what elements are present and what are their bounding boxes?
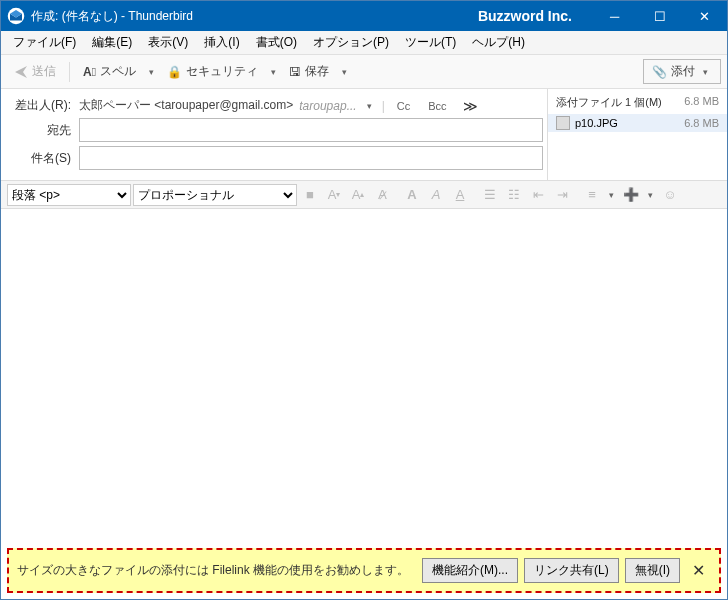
menu-insert[interactable]: 挿入(I) — [196, 30, 247, 55]
cc-button[interactable]: Cc — [391, 100, 416, 112]
insert-button[interactable]: ➕ — [620, 184, 642, 206]
from-label: 差出人(R): — [5, 97, 79, 114]
lock-icon: 🔒 — [167, 65, 182, 79]
link-share-button[interactable]: リンク共有(L) — [524, 558, 619, 583]
to-input[interactable] — [79, 118, 543, 142]
attach-button[interactable]: 📎 添付 ▾ — [643, 59, 721, 84]
from-value[interactable]: 太郎ペーパー <taroupaper@gmail.com> — [79, 97, 293, 114]
attachment-size: 6.8 MB — [684, 117, 719, 129]
align-button[interactable]: ≡ — [581, 184, 603, 206]
titlebar: 作成: (件名なし) - Thunderbird Buzzword Inc. ─… — [1, 1, 727, 31]
minimize-button[interactable]: ─ — [592, 1, 637, 31]
bold-button[interactable]: A — [401, 184, 423, 206]
spell-icon: Aͯ — [83, 65, 96, 79]
underline-button[interactable]: A — [449, 184, 471, 206]
security-dropdown[interactable]: ▾ — [267, 67, 280, 77]
menu-file[interactable]: ファイル(F) — [5, 30, 84, 55]
spell-dropdown[interactable]: ▾ — [145, 67, 158, 77]
clip-icon: 📎 — [652, 65, 667, 79]
list-ul-button[interactable]: ☰ — [479, 184, 501, 206]
message-body[interactable] — [1, 209, 727, 542]
italic-button[interactable]: A — [425, 184, 447, 206]
notification-close-icon[interactable]: ✕ — [686, 561, 711, 580]
security-button[interactable]: 🔒 セキュリティ — [160, 58, 265, 85]
font-select[interactable]: プロポーショナル — [133, 184, 297, 206]
paragraph-select[interactable]: 段落 <p> — [7, 184, 131, 206]
save-icon: 🖫 — [289, 65, 301, 79]
notification-message: サイズの大きなファイルの添付には Filelink 機能の使用をお勧めします。 — [17, 562, 416, 579]
from-dropdown[interactable]: ▾ — [363, 101, 376, 111]
attach-dropdown[interactable]: ▾ — [699, 67, 712, 77]
send-button[interactable]: 送信 — [7, 58, 63, 85]
subject-label: 件名(S) — [5, 150, 79, 167]
menu-edit[interactable]: 編集(E) — [84, 30, 140, 55]
attachment-item[interactable]: p10.JPG 6.8 MB — [548, 114, 727, 132]
filelink-notification: サイズの大きなファイルの添付には Filelink 機能の使用をお勧めします。 … — [7, 548, 721, 593]
format-toolbar: 段落 <p> プロポーショナル ■ A▾ A▴ A̷ A A A ☰ ☷ ⇤ ⇥… — [1, 181, 727, 209]
maximize-button[interactable]: ☐ — [637, 1, 682, 31]
menu-view[interactable]: 表示(V) — [140, 30, 196, 55]
file-icon — [556, 116, 570, 130]
spell-button[interactable]: Aͯ スペル — [76, 58, 143, 85]
brand: Buzzword Inc. — [478, 8, 572, 24]
send-icon — [14, 65, 28, 79]
expand-icon[interactable]: ≫ — [459, 98, 482, 114]
menu-help[interactable]: ヘルプ(H) — [464, 30, 533, 55]
to-label: 宛先 — [5, 122, 79, 139]
menu-options[interactable]: オプション(P) — [305, 30, 397, 55]
feature-info-button[interactable]: 機能紹介(M)... — [422, 558, 518, 583]
color-button[interactable]: ■ — [299, 184, 321, 206]
window-title: 作成: (件名なし) - Thunderbird — [31, 8, 193, 25]
toolbar: 送信 Aͯ スペル ▾ 🔒 セキュリティ ▾ 🖫 保存 ▾ 📎 添付 ▾ — [1, 55, 727, 89]
subject-input[interactable] — [79, 146, 543, 170]
clear-format-button[interactable]: A̷ — [371, 184, 393, 206]
save-button[interactable]: 🖫 保存 — [282, 58, 336, 85]
app-icon — [7, 7, 25, 25]
menu-format[interactable]: 書式(O) — [248, 30, 305, 55]
save-dropdown[interactable]: ▾ — [338, 67, 351, 77]
attachment-filename: p10.JPG — [575, 117, 684, 129]
outdent-button[interactable]: ⇤ — [527, 184, 549, 206]
from-extra: taroupap... — [299, 99, 356, 113]
menu-tools[interactable]: ツール(T) — [397, 30, 464, 55]
list-ol-button[interactable]: ☷ — [503, 184, 525, 206]
emoji-button[interactable]: ☺ — [659, 184, 681, 206]
menubar: ファイル(F) 編集(E) 表示(V) 挿入(I) 書式(O) オプション(P)… — [1, 31, 727, 55]
ignore-button[interactable]: 無視(I) — [625, 558, 680, 583]
compose-headers: 差出人(R): 太郎ペーパー <taroupaper@gmail.com> ta… — [1, 89, 547, 180]
size-dec-button[interactable]: A▾ — [323, 184, 345, 206]
size-inc-button[interactable]: A▴ — [347, 184, 369, 206]
attach-total-size: 6.8 MB — [684, 95, 719, 110]
indent-button[interactable]: ⇥ — [551, 184, 573, 206]
close-button[interactable]: ✕ — [682, 1, 727, 31]
attach-header: 添付ファイル 1 個(M) — [556, 95, 684, 110]
bcc-button[interactable]: Bcc — [422, 100, 452, 112]
attachment-panel: 添付ファイル 1 個(M) 6.8 MB p10.JPG 6.8 MB — [547, 89, 727, 180]
